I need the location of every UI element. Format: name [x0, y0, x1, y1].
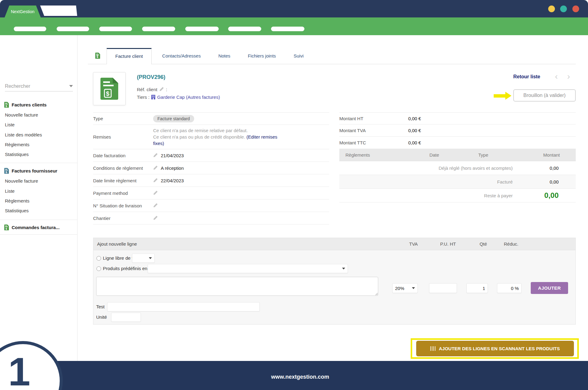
ref-client-label: Réf. client: [137, 87, 157, 92]
pencil-icon: [153, 215, 158, 220]
free-line-type-select[interactable]: [132, 254, 155, 263]
sidebar-item-nouvelle-facture[interactable]: Nouvelle facture: [5, 112, 38, 118]
add-line-header: Ajout nouvelle ligne TVA P.U. HT Qté Réd…: [93, 238, 575, 250]
tab-fichiers-joints[interactable]: Fichiers joints: [240, 48, 283, 64]
detail-row-situation: N° Situation de livraison: [93, 199, 329, 212]
sidebar-item-liste-fournisseur[interactable]: Liste: [5, 188, 15, 195]
sidebar-item-nouvelle-facture-fournisseur[interactable]: Nouvelle facture: [5, 178, 38, 184]
back-to-list-link[interactable]: Retour liste: [513, 74, 540, 80]
tva-value: 20%: [395, 286, 404, 291]
nav-menu-placeholder[interactable]: [142, 27, 175, 31]
detail-label: Remises: [93, 134, 153, 139]
discount-input[interactable]: 0 %: [497, 283, 522, 293]
already-paid-label: Déjà réglé (hors avoirs et acomptes): [439, 165, 513, 171]
sidebar-section-title: Factures fournisseur: [12, 168, 57, 173]
pencil-icon: [153, 165, 158, 170]
chevron-down-icon: [69, 85, 73, 87]
test-input[interactable]: [107, 302, 260, 311]
col-qte: Qté: [480, 241, 487, 247]
sidebar-divider: [0, 234, 77, 235]
edit-date-limite-button[interactable]: [153, 178, 158, 183]
svg-text:$: $: [96, 55, 98, 58]
unit-price-input[interactable]: [429, 283, 457, 293]
edit-situation-button[interactable]: [153, 203, 158, 208]
sidebar-section-customer-invoices[interactable]: $ Factures clients: [4, 101, 47, 108]
sidebar-search-select[interactable]: Rechercher: [5, 81, 73, 91]
predefined-product-select[interactable]: [148, 264, 348, 273]
detail-label: Conditions de règlement: [93, 165, 153, 171]
nav-menu-placeholder[interactable]: [185, 27, 219, 31]
nav-menu-placeholder[interactable]: [228, 27, 261, 31]
tiers-link[interactable]: Garderie Cap (Autres factures): [157, 95, 220, 100]
window-titlebar: NextGestion: [0, 0, 588, 17]
building-icon: [151, 95, 155, 99]
qty-input[interactable]: 1: [466, 283, 488, 293]
total-row-tva: Montant TVA 0,00 €: [339, 124, 576, 137]
sidebar-item-statistiques-fournisseur[interactable]: Statistiques: [5, 207, 29, 214]
detail-value: 22/04/2023: [161, 178, 184, 183]
pencil-icon: [153, 203, 158, 208]
col-reduc: Réduc.: [504, 241, 518, 247]
nav-menu-placeholder[interactable]: [14, 27, 46, 31]
tva-select[interactable]: 20%: [392, 283, 418, 293]
chevron-down-icon: [412, 287, 415, 289]
edit-date-button[interactable]: [153, 153, 158, 158]
line-description-textarea[interactable]: [96, 277, 378, 296]
document-thumbnail: $: [93, 72, 126, 105]
predefined-product-radio[interactable]: [96, 266, 101, 271]
sidebar-section-supplier-invoices[interactable]: $ Factures fournisseur: [4, 167, 57, 174]
sidebar-item-reglements-fournisseur[interactable]: Règlements: [5, 198, 29, 204]
brand-tab[interactable]: NextGestion: [5, 6, 41, 17]
unit-input[interactable]: [111, 313, 141, 322]
detail-label: Type: [93, 116, 153, 121]
sidebar-item-statistiques[interactable]: Statistiques: [5, 151, 29, 158]
traffic-light-close[interactable]: [572, 6, 579, 12]
nav-menu-placeholder[interactable]: [99, 27, 132, 31]
edit-payment-method-button[interactable]: [153, 190, 158, 196]
add-line-panel: Ajout nouvelle ligne TVA P.U. HT Qté Réd…: [93, 238, 576, 325]
scan-products-label: AJOUTER DES LIGNES EN SCANNANT LES PRODU…: [439, 346, 560, 351]
app-window: NextGestion Rechercher $ Factures client…: [0, 0, 588, 390]
prev-record-button[interactable]: ‹: [555, 71, 558, 82]
edit-ref-client-button[interactable]: [159, 87, 164, 92]
free-line-radio[interactable]: [96, 256, 101, 261]
tab-notes[interactable]: Notes: [213, 48, 236, 64]
annotation-arrow-head: [505, 92, 511, 100]
detail-label: N° Situation de livraison: [93, 203, 153, 208]
detail-label: Date facturation: [93, 153, 153, 158]
unit-label: Unité: [96, 314, 107, 320]
remises-note-1: Ce client n'a pas de remise relative par…: [153, 127, 282, 134]
sidebar-item-liste[interactable]: Liste: [5, 121, 15, 128]
chevron-down-icon: [149, 257, 152, 259]
svg-text:$: $: [106, 90, 109, 97]
edit-conditions-button[interactable]: [153, 165, 158, 171]
browser-tab-placeholder[interactable]: [40, 6, 77, 16]
edit-chantier-button[interactable]: [153, 215, 158, 221]
sidebar-section-commandes[interactable]: $ Commandes factura...: [4, 224, 60, 231]
nav-menu-placeholder[interactable]: [57, 27, 89, 31]
already-paid-value: 0,00: [513, 165, 576, 171]
sidebar-item-reglements[interactable]: Règlements: [5, 141, 29, 148]
next-record-button[interactable]: ›: [567, 71, 570, 82]
tiers-label: Tiers :: [137, 95, 149, 100]
total-value: 0,00 €: [408, 128, 421, 133]
invoice-details-table: Type Facture standard Remises Ce client …: [93, 112, 329, 225]
status-badge: Brouillon (à valider): [513, 89, 576, 102]
footer-url: www.nextgestion.com: [271, 374, 329, 380]
add-line-button[interactable]: AJOUTER: [531, 282, 568, 294]
tab-facture-client[interactable]: Facture client: [107, 48, 152, 64]
scan-products-button[interactable]: AJOUTER DES LIGNES EN SCANNANT LES PRODU…: [416, 341, 574, 356]
nav-menu-placeholder[interactable]: [271, 27, 304, 31]
traffic-light-minimize[interactable]: [548, 6, 555, 12]
billed-value: 0,00: [513, 179, 576, 184]
discount-value: 0 %: [511, 286, 519, 291]
tab-contacts-adresses[interactable]: Contacts/Adresses: [156, 48, 207, 64]
detail-label: Chantier: [93, 216, 153, 221]
total-label: Montant HT: [339, 116, 363, 121]
invoice-document-icon: $: [100, 78, 118, 100]
pencil-icon: [153, 178, 158, 183]
tab-suivi[interactable]: Suivi: [288, 48, 309, 64]
sidebar-item-liste-des-modeles[interactable]: Liste des modèles: [5, 132, 42, 138]
traffic-light-maximize[interactable]: [560, 6, 567, 12]
invoice-tab-icon: $: [95, 53, 100, 59]
